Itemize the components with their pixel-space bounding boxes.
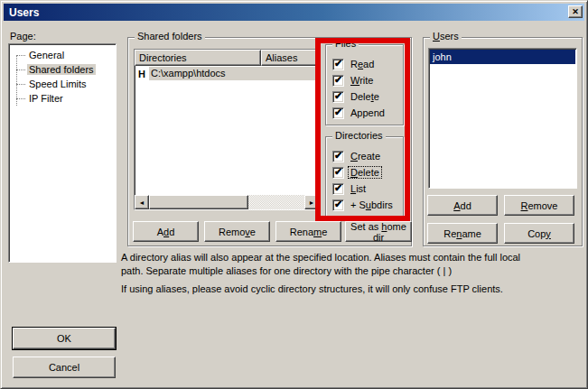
create-checkbox[interactable] <box>332 151 344 162</box>
directories-permissions-group: Directories Create Delete List + Subdirs <box>325 136 404 218</box>
delete-dir-label: Delete <box>349 167 381 178</box>
shared-add-button[interactable]: Add <box>133 221 199 242</box>
directory-row[interactable]: H C:\xampp\htdocs <box>135 66 319 81</box>
checkbox-row-delete-file[interactable]: Delete <box>332 88 403 105</box>
users-group-label: Users <box>430 31 462 42</box>
scroll-right-arrow-icon[interactable]: ► <box>304 195 319 209</box>
cyclic-warning-text: If using aliases, please avoid cyclic di… <box>121 282 529 296</box>
column-header-directories[interactable]: Directories <box>135 50 261 66</box>
checkbox-row-subdirs[interactable]: + Subdirs <box>332 197 403 213</box>
horizontal-scrollbar[interactable]: ◄ ► <box>135 195 319 209</box>
checkbox-row-create[interactable]: Create <box>332 148 403 164</box>
page-tree: General Shared folders Speed Limits IP F… <box>9 48 116 106</box>
page-list[interactable]: General Shared folders Speed Limits IP F… <box>8 43 117 263</box>
title-bar[interactable]: Users <box>4 4 584 21</box>
checkbox-row-read[interactable]: Read <box>332 56 403 72</box>
scrollbar-track[interactable] <box>248 195 304 209</box>
listview-header: Directories Aliases <box>135 50 319 66</box>
sidebar-item-general[interactable]: General <box>9 48 116 62</box>
user-rename-button[interactable]: Rename <box>427 223 498 244</box>
shared-remove-button[interactable]: Remove <box>204 221 270 242</box>
window-title: Users <box>9 6 39 19</box>
write-checkbox[interactable] <box>332 75 344 87</box>
read-label: Read <box>349 59 376 69</box>
user-remove-button[interactable]: Remove <box>504 195 574 216</box>
files-group-label: Files <box>332 38 359 49</box>
subdirs-label: + Subdirs <box>349 199 395 210</box>
list-checkbox[interactable] <box>332 183 344 195</box>
create-label: Create <box>349 151 382 162</box>
delete-file-label: Delete <box>349 91 381 102</box>
shared-rename-button[interactable]: Rename <box>275 221 341 242</box>
checkbox-row-write[interactable]: Write <box>332 72 403 88</box>
list-label: List <box>349 183 368 194</box>
users-dialog: Users ✕ Page: General Shared folders Spe… <box>0 0 588 389</box>
ok-button[interactable]: OK <box>13 328 116 349</box>
shared-folders-group-label: Shared folders <box>135 31 205 42</box>
append-label: Append <box>349 107 387 118</box>
user-copy-button[interactable]: Copy <box>504 223 574 244</box>
subdirs-checkbox[interactable] <box>332 199 344 211</box>
set-as-home-dir-button[interactable]: Set as home dir <box>345 221 412 242</box>
cancel-button[interactable]: Cancel <box>13 357 116 378</box>
checkbox-row-list[interactable]: List <box>332 181 403 197</box>
directories-group-label: Directories <box>332 130 386 141</box>
files-permissions-group: Files Read Write Delete Append <box>325 44 404 125</box>
write-label: Write <box>349 75 375 86</box>
user-add-button[interactable]: Add <box>427 195 498 216</box>
checkbox-row-append[interactable]: Append <box>332 105 403 121</box>
scrollbar-thumb[interactable] <box>149 195 248 209</box>
close-button[interactable]: ✕ <box>568 5 583 18</box>
sidebar-item-ip-filter[interactable]: IP Filter <box>9 91 116 106</box>
directory-path: C:\xampp\htdocs <box>149 67 319 80</box>
home-flag: H <box>135 69 149 79</box>
listview-body: H C:\xampp\htdocs <box>135 66 319 195</box>
delete-dir-checkbox[interactable] <box>332 167 344 179</box>
checkbox-row-delete-dir[interactable]: Delete <box>332 164 403 181</box>
users-list[interactable]: john <box>428 48 577 189</box>
alias-info-text: A directory alias will also appear at th… <box>121 251 529 278</box>
read-checkbox[interactable] <box>332 59 344 70</box>
shared-folders-listview[interactable]: Directories Aliases H C:\xampp\htdocs ◄ … <box>134 49 320 210</box>
sidebar-item-shared-folders[interactable]: Shared folders <box>9 62 116 77</box>
append-checkbox[interactable] <box>332 107 344 119</box>
page-label: Page: <box>10 31 36 42</box>
sidebar-item-speed-limits[interactable]: Speed Limits <box>9 77 116 91</box>
delete-file-checkbox[interactable] <box>332 91 344 103</box>
column-header-aliases[interactable]: Aliases <box>261 50 319 66</box>
close-icon: ✕ <box>572 8 579 16</box>
scroll-left-arrow-icon[interactable]: ◄ <box>135 195 149 209</box>
user-list-item[interactable]: john <box>430 50 575 64</box>
